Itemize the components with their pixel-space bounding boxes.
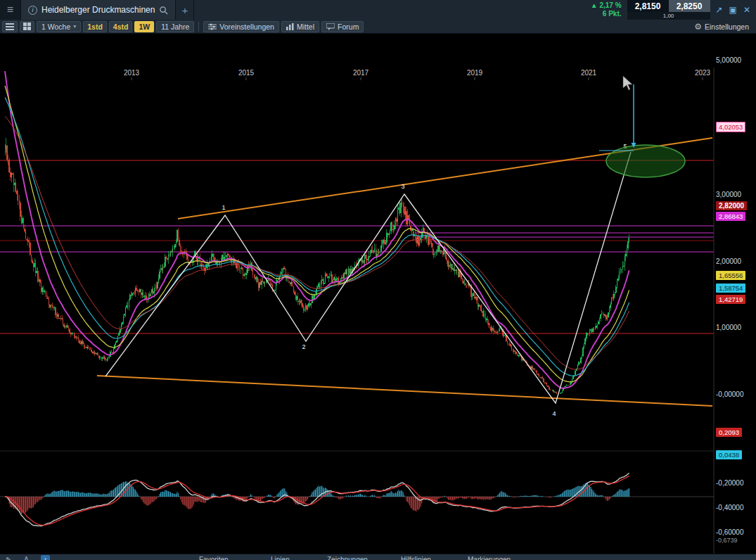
svg-text:2019: 2019 xyxy=(467,69,483,77)
price-axis-label: 3,00000 xyxy=(716,190,741,199)
timeframe-1w-button[interactable]: 1W xyxy=(134,21,154,32)
layout-grid-button[interactable] xyxy=(20,21,34,32)
change-block: ▲ 2,17 % 6 Pkt. xyxy=(591,1,622,18)
chevron-down-icon: ▾ xyxy=(73,23,76,30)
presets-button[interactable]: Voreinstellungen xyxy=(203,21,279,32)
change-percent: 2,17 % xyxy=(599,1,621,9)
list-icon xyxy=(6,23,14,30)
gear-icon: ⚙ xyxy=(694,22,702,32)
svg-text:2021: 2021 xyxy=(581,69,597,77)
price-axis-label[interactable]: 0,0438 xyxy=(716,450,742,459)
price-axis-label: 5,00000 xyxy=(716,56,741,65)
new-tab-button[interactable]: + xyxy=(176,0,194,20)
price-axis-label[interactable]: 1,65556 xyxy=(716,271,745,280)
presets-label: Voreinstellungen xyxy=(219,23,274,31)
price-axis-label[interactable]: 0,2093 xyxy=(716,428,742,437)
range-value: 11 Jahre xyxy=(161,23,189,31)
watchlist-button[interactable] xyxy=(2,21,18,32)
svg-text:2017: 2017 xyxy=(353,69,369,77)
settings-label: Einstellungen xyxy=(705,23,749,31)
settings-button[interactable]: ⚙ Einstellungen xyxy=(689,21,754,32)
statusbar-item[interactable]: Favoriten xyxy=(199,555,229,560)
grid-icon xyxy=(23,23,31,30)
close-icon[interactable]: ✕ xyxy=(743,5,750,15)
price-axis-label: -0,20000 xyxy=(716,478,743,488)
indicators-label: Mittel xyxy=(297,23,314,31)
price-axis-label[interactable]: 2,86843 xyxy=(716,212,745,221)
svg-text:2015: 2015 xyxy=(238,69,255,77)
statusbar-item[interactable]: Markierungen xyxy=(468,555,511,560)
detach-window-icon[interactable]: ▣ xyxy=(729,5,737,15)
toolbar-separator xyxy=(198,22,199,32)
instrument-tab[interactable]: i Heidelberger Druckmaschinen xyxy=(21,0,176,20)
price-axis-label[interactable]: 2,82000 xyxy=(716,201,747,210)
lot-size: 1,00 xyxy=(627,12,710,20)
ask-button[interactable]: 2,8250 xyxy=(669,0,710,12)
menu-button[interactable]: ≡ xyxy=(0,0,21,20)
timeframe-1std-button[interactable]: 1std xyxy=(83,21,107,32)
svg-text:3: 3 xyxy=(401,183,404,190)
expand-icon[interactable]: ↗ xyxy=(716,5,723,15)
instrument-title: Heidelberger Druckmaschinen xyxy=(41,5,155,15)
sliders-icon xyxy=(208,23,217,30)
statusbar-item[interactable]: Hilfslinien xyxy=(401,555,431,560)
svg-text:1: 1 xyxy=(222,204,225,211)
svg-text:2: 2 xyxy=(302,343,305,350)
price-axis[interactable]: 5,000004,020533,000002,820002,868432,000… xyxy=(715,34,756,554)
price-axis-label: -0,6739 xyxy=(716,536,738,545)
chart-toolbar: 1 Woche ▾ 1std 4std 1W 11 Jahre Voreinst… xyxy=(0,20,756,34)
quote-panel: 2,8150 2,8250 1,00 xyxy=(627,0,710,20)
window-controls: ↗ ▣ ✕ xyxy=(710,0,756,20)
menu-icon: ≡ xyxy=(7,4,13,16)
text-tool-icon[interactable]: A xyxy=(24,555,29,560)
header-spacer xyxy=(194,0,590,20)
svg-text:4: 4 xyxy=(552,410,556,417)
svg-text:2013: 2013 xyxy=(124,69,140,77)
svg-text:2023: 2023 xyxy=(695,69,711,77)
bar-chart-icon xyxy=(286,23,294,30)
price-axis-label: -0,40000 xyxy=(716,503,743,512)
forum-button[interactable]: Forum xyxy=(321,21,364,32)
header-bar: ≡ i Heidelberger Druckmaschinen + ▲ 2,17… xyxy=(0,0,756,20)
search-icon[interactable] xyxy=(159,6,168,15)
price-axis-label[interactable]: 4,02053 xyxy=(716,122,745,132)
price-chart-canvas[interactable]: 20132015201720192021202312345 xyxy=(0,34,756,560)
price-axis-label: 2,00000 xyxy=(716,257,741,266)
info-icon[interactable]: i xyxy=(28,6,37,15)
interval-dropdown[interactable]: 1 Woche ▾ xyxy=(37,21,81,32)
change-points: 6 Pkt. xyxy=(591,10,622,18)
drawing-toolbar: ✎ A ↑ FavoritenLinienZeichnungenHilfslin… xyxy=(0,554,756,560)
chart-area[interactable]: 20132015201720192021202312345 xyxy=(0,34,715,554)
plus-icon: + xyxy=(182,4,188,16)
speech-bubble-icon xyxy=(326,23,335,30)
range-dropdown[interactable]: 11 Jahre xyxy=(156,21,194,32)
pencil-tool-icon[interactable]: ✎ xyxy=(6,555,11,560)
statusbar-item[interactable]: Linien xyxy=(271,555,290,560)
timeframe-4std-button[interactable]: 4std xyxy=(109,21,133,32)
bid-button[interactable]: 2,8150 xyxy=(627,0,669,12)
price-axis-label[interactable]: 1,42719 xyxy=(716,295,745,304)
up-triangle-icon: ▲ xyxy=(591,1,598,9)
arrow-tool-icon[interactable]: ↑ xyxy=(41,555,50,560)
interval-value: 1 Woche xyxy=(41,23,70,31)
statusbar-item[interactable]: Zeichnungen xyxy=(327,555,368,560)
indicators-button[interactable]: Mittel xyxy=(281,21,319,32)
price-axis-label: -0,00000 xyxy=(716,390,743,399)
forum-label: Forum xyxy=(338,23,359,31)
price-axis-label: 1,00000 xyxy=(716,323,741,332)
price-axis-label[interactable]: 1,58754 xyxy=(716,284,745,293)
